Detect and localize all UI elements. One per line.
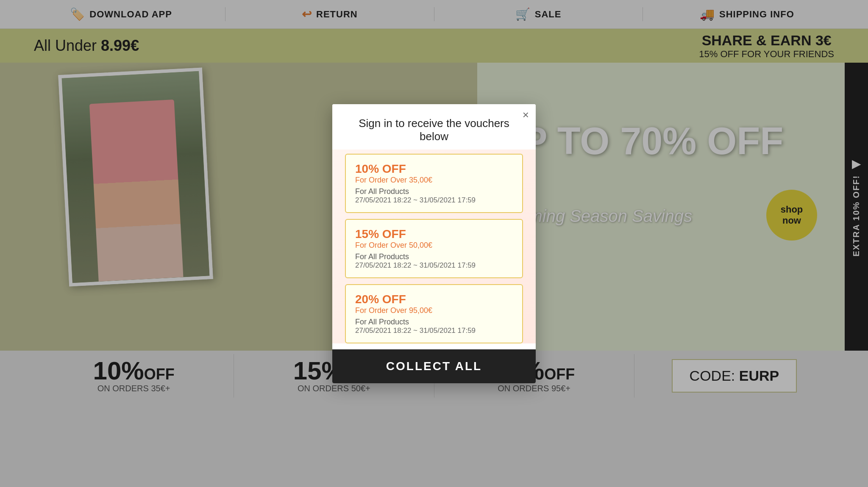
voucher-modal: × Sign in to receive the vouchers below … <box>332 104 536 383</box>
modal-overlay: × Sign in to receive the vouchers below … <box>0 0 868 487</box>
modal-body: 10% OFF For Order Over 35,00€ For All Pr… <box>332 149 536 343</box>
collect-all-button[interactable]: COLLECT ALL <box>332 349 536 383</box>
coupon-1-date: 27/05/2021 18:22 ~ 31/05/2021 17:59 <box>355 196 513 205</box>
modal-close-button[interactable]: × <box>523 109 529 120</box>
coupon-3-percent: 20% OFF <box>355 293 513 306</box>
coupon-3-date: 27/05/2021 18:22 ~ 31/05/2021 17:59 <box>355 327 513 335</box>
coupon-2-date: 27/05/2021 18:22 ~ 31/05/2021 17:59 <box>355 261 513 270</box>
modal-header: Sign in to receive the vouchers below <box>332 104 536 149</box>
coupon-card-1: 10% OFF For Order Over 35,00€ For All Pr… <box>345 154 523 213</box>
coupon-2-percent: 15% OFF <box>355 227 513 241</box>
coupon-card-2: 15% OFF For Order Over 50,00€ For All Pr… <box>345 219 523 278</box>
coupon-1-condition: For Order Over 35,00€ <box>355 176 513 185</box>
coupon-1-scope: For All Products <box>355 187 513 196</box>
coupon-3-condition: For Order Over 95,00€ <box>355 306 513 315</box>
coupon-card-3: 20% OFF For Order Over 95,00€ For All Pr… <box>345 284 523 343</box>
coupon-2-scope: For All Products <box>355 252 513 261</box>
coupon-2-condition: For Order Over 50,00€ <box>355 241 513 250</box>
coupon-1-percent: 10% OFF <box>355 162 513 176</box>
coupon-3-scope: For All Products <box>355 318 513 327</box>
